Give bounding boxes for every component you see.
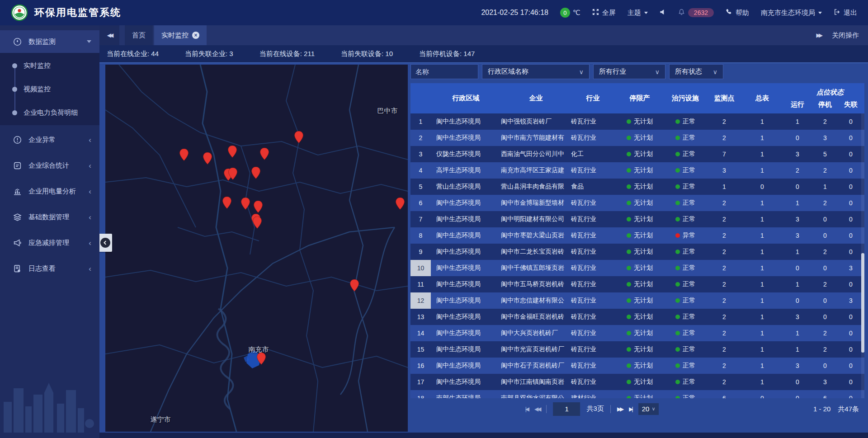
chevron-left-icon: ‹ bbox=[89, 162, 91, 170]
table-row[interactable]: 16阆中生态环境局阆中市石子页岩机砖厂砖瓦行业无计划正常21300 bbox=[410, 358, 864, 374]
table-row[interactable]: 15阆中生态环境局阆中市光富页岩机砖厂砖瓦行业无计划正常21120 bbox=[410, 341, 864, 358]
industry-filter-select[interactable]: 所有行业 ∨ bbox=[593, 64, 665, 79]
sidebar-group-base-data[interactable]: 基础数据管理‹ bbox=[0, 206, 99, 228]
status-text: 无计划 bbox=[634, 248, 653, 256]
region-cell: 南部生态环境局 bbox=[431, 390, 501, 398]
map-panel[interactable]: 巴中市南充市遂宁市 bbox=[105, 65, 408, 432]
sidebar-group-enterprise-stats[interactable]: 企业综合统计‹ bbox=[0, 154, 99, 177]
last-page-button[interactable]: ▶| bbox=[629, 406, 632, 412]
sidebar-item-video[interactable]: 视频监控 bbox=[0, 77, 99, 101]
map-pin-icon[interactable] bbox=[203, 152, 212, 165]
table-row[interactable]: 18南部生态环境局南部县双华水泥有限公建材行业无计划正常60060 bbox=[410, 390, 864, 398]
status-dot-icon bbox=[627, 250, 631, 254]
stop-plan-cell: 无计划 bbox=[615, 227, 665, 244]
table-row[interactable]: 17阆中生态环境局阆中市江南镇阆南页岩砖瓦行业无计划正常21030 bbox=[410, 374, 864, 390]
map-pin-icon[interactable] bbox=[241, 198, 250, 210]
fullscreen-button[interactable]: 全屏 bbox=[592, 9, 616, 17]
scrollbar-thumb[interactable] bbox=[861, 253, 864, 353]
sidebar-group-logs[interactable]: 日志查看‹ bbox=[0, 257, 99, 280]
status-text: 正常 bbox=[683, 345, 695, 353]
map-pin-icon[interactable] bbox=[257, 353, 266, 365]
stop-plan-cell: 无计划 bbox=[615, 146, 665, 162]
table-row[interactable]: 8阆中生态环境局阆中市枣碧大梁山页岩砖瓦行业无计划异常21300 bbox=[410, 227, 864, 244]
map-pin-icon[interactable] bbox=[179, 149, 189, 161]
page-number-input[interactable] bbox=[553, 402, 580, 416]
first-page-button[interactable]: |◀ bbox=[525, 406, 528, 412]
table-row[interactable]: 6阆中生态环境局阆中市金博瑞新型墙材砖瓦行业无计划正常21120 bbox=[410, 195, 864, 211]
table-row[interactable]: 4高坪生态环境局南充市高坪区王家店建砖瓦行业无计划正常31220 bbox=[410, 162, 864, 179]
table-row[interactable]: 9阆中生态环境局阆中市二龙长宝页岩砖砖瓦行业无计划正常21120 bbox=[410, 244, 864, 260]
table-row[interactable]: 5营山生态环境局营山县润丰肉食品有限食品无计划正常10010 bbox=[410, 179, 864, 195]
map-pin-icon[interactable] bbox=[222, 197, 231, 209]
running-count-cell: 1 bbox=[782, 325, 813, 341]
map-pin-icon[interactable] bbox=[260, 148, 269, 160]
table-row[interactable]: 13阆中生态环境局阆中市金福旺页岩机砖砖瓦行业无计划正常21300 bbox=[410, 309, 864, 325]
sidebar-group-enterprise-abnormal[interactable]: 企业异常‹ bbox=[0, 128, 99, 151]
stopped-count-cell: 6 bbox=[813, 390, 837, 398]
table-body: 1阆中生态环境局阆中强锐页岩砖厂砖瓦行业无计划正常211202阆中生态环境局阆中… bbox=[410, 113, 864, 398]
tab-scroll-left-button[interactable]: ◀◀ bbox=[99, 25, 119, 45]
theme-label: 主题 bbox=[627, 9, 641, 17]
table-row[interactable]: 10阆中生态环境局阆中千佛镇五郎垭页岩砖瓦行业无计划正常21003 bbox=[410, 260, 864, 276]
tab-realtime[interactable]: 实时监控× bbox=[154, 25, 207, 45]
close-operations-button[interactable]: 关闭操作 bbox=[832, 31, 859, 40]
map-pin-icon[interactable] bbox=[350, 279, 359, 292]
status-dot-icon bbox=[675, 331, 680, 335]
status-dot-icon bbox=[627, 363, 631, 368]
prev-page-button[interactable]: ◀◀ bbox=[534, 406, 540, 412]
sound-button[interactable] bbox=[660, 9, 666, 17]
sidebar-group-emergency[interactable]: 应急减排管理‹ bbox=[0, 231, 99, 254]
industry-cell: 建材行业 bbox=[571, 390, 615, 398]
name-filter-input[interactable] bbox=[410, 64, 478, 79]
notifications-button[interactable]: 2632 bbox=[678, 8, 714, 17]
table-row[interactable]: 3仪陇生态环境局西南油气田分公司川中化工无计划正常71350 bbox=[410, 146, 864, 162]
panel-collapse-button[interactable] bbox=[99, 234, 112, 252]
table-row[interactable]: 7阆中生态环境局阆中明阳建材有限公司砖瓦行业无计划正常21300 bbox=[410, 211, 864, 227]
scrollbar-track[interactable] bbox=[861, 113, 864, 398]
theme-dropdown[interactable]: 主题 bbox=[627, 9, 648, 17]
table-row[interactable]: 11阆中生态环境局阆中市五马桥页岩机砖砖瓦行业无计划正常21120 bbox=[410, 276, 864, 292]
status-text: 正常 bbox=[683, 199, 695, 207]
sidebar-group-power-analysis[interactable]: 企业用电量分析‹ bbox=[0, 180, 99, 203]
chevron-down-icon: ∨ bbox=[579, 68, 584, 75]
status-text: 无计划 bbox=[634, 329, 653, 337]
region-cell: 营山生态环境局 bbox=[431, 179, 501, 195]
sidebar-item-load-detail[interactable]: 企业电力负荷明细 bbox=[0, 101, 99, 124]
table-row[interactable]: 2阆中生态环境局阆中市南方节能建材有砖瓦行业无计划正常21030 bbox=[410, 130, 864, 146]
status-text: 无计划 bbox=[634, 297, 653, 305]
sidebar-group-data-monitor[interactable]: 数据监测 bbox=[0, 30, 99, 53]
map-pin-icon[interactable] bbox=[228, 146, 237, 158]
sidebar-item-realtime[interactable]: 实时监控 bbox=[0, 54, 99, 77]
monitor-points-cell: 2 bbox=[706, 130, 742, 146]
table-row[interactable]: 12阆中生态环境局阆中市忠信建材有限公砖瓦行业无计划正常21003 bbox=[410, 292, 864, 309]
page-size-value: 20 bbox=[642, 405, 650, 413]
disconnected-count-cell: 0 bbox=[837, 195, 864, 211]
map-pin-icon[interactable] bbox=[228, 168, 237, 180]
col-header: 停限产 bbox=[615, 83, 665, 113]
table-row[interactable]: 1阆中生态环境局阆中强锐页岩砖厂砖瓦行业无计划正常21120 bbox=[410, 113, 864, 130]
map-pin-icon[interactable] bbox=[396, 198, 405, 210]
stop-plan-cell: 无计划 bbox=[615, 276, 665, 292]
running-count-cell: 3 bbox=[782, 146, 813, 162]
region-filter-select[interactable]: 行政区域名称 ∨ bbox=[482, 64, 590, 79]
status-filter-select[interactable]: 所有状态 ∨ bbox=[669, 64, 723, 79]
map-pin-icon[interactable] bbox=[251, 167, 260, 179]
tab-home[interactable]: 首页 bbox=[125, 25, 153, 45]
sidebar-item-label: 企业电力负荷明细 bbox=[24, 108, 78, 117]
exit-button[interactable]: 退出 bbox=[834, 9, 857, 17]
disconnected-count-cell: 0 bbox=[837, 162, 864, 179]
page-size-select[interactable]: 20 ∨ bbox=[638, 403, 659, 415]
map-pin-icon[interactable] bbox=[254, 201, 263, 213]
next-page-button[interactable]: ▶▶ bbox=[617, 406, 623, 412]
table-row[interactable]: 14阆中生态环境局阆中大兴页岩机砖厂砖瓦行业无计划正常21120 bbox=[410, 325, 864, 341]
help-button[interactable]: 帮助 bbox=[726, 9, 749, 17]
double-right-arrow-icon[interactable]: ▶▶ bbox=[816, 32, 823, 38]
total-meter-cell: 1 bbox=[742, 146, 782, 162]
map-pin-icon[interactable] bbox=[294, 131, 303, 143]
total-meter-cell: 1 bbox=[742, 195, 782, 211]
tab-close-icon[interactable]: × bbox=[192, 32, 199, 39]
stop-plan-cell: 无计划 bbox=[615, 162, 665, 179]
status-dot-icon bbox=[675, 315, 680, 319]
map-pin-icon[interactable] bbox=[253, 217, 262, 229]
org-dropdown[interactable]: 南充市生态环境局 bbox=[761, 9, 822, 17]
